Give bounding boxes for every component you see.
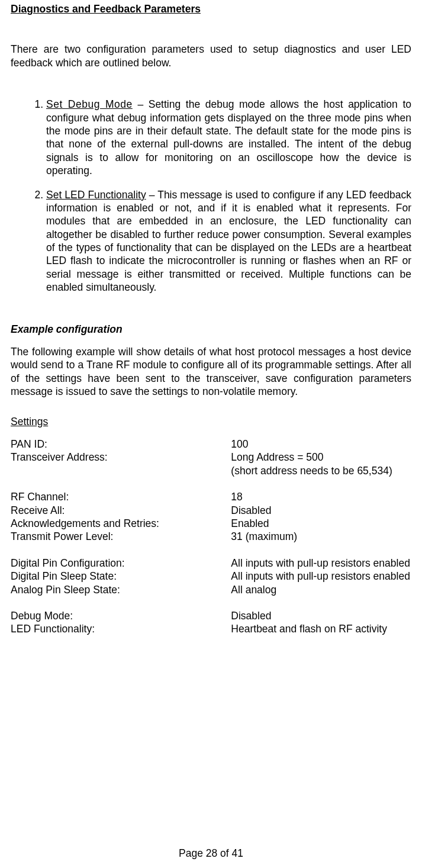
setting-note: (short address needs to be 65,534) [231,464,411,477]
parameter-item-title: Set LED Functionality [46,189,146,201]
setting-label: Digital Pin Sleep State: [11,570,231,583]
setting-label: PAN ID: [11,438,231,451]
setting-value: Disabled [231,504,411,517]
document-page: Diagnostics and Feedback Parameters Ther… [0,0,422,868]
setting-value: All analog [231,583,411,596]
setting-value: Heartbeat and flash on RF activity [231,622,411,635]
table-row: Digital Pin Configuration: All inputs wi… [11,557,411,570]
example-intro: The following example will show details … [11,345,411,398]
setting-label: Receive All: [11,504,231,517]
table-row: PAN ID: 100 [11,438,411,451]
table-row: Transmit Power Level: 31 (maximum) [11,530,411,543]
setting-label: Digital Pin Configuration: [11,557,231,570]
table-row: LED Functionality: Heartbeat and flash o… [11,622,411,635]
parameter-item: Set LED Functionality – This message is … [46,188,411,294]
setting-label: Transmit Power Level: [11,530,231,543]
spacer-row [11,596,411,609]
table-row: Transceiver Address: Long Address = 500 [11,451,411,464]
intro-paragraph: There are two configuration parameters u… [11,43,411,69]
setting-label: LED Functionality: [11,622,231,635]
setting-label: Debug Mode: [11,609,231,622]
settings-title: Settings [11,415,411,428]
setting-label: Transceiver Address: [11,451,231,464]
setting-label [11,464,231,477]
parameter-item-body: – This message is used to configure if a… [46,189,411,294]
setting-value: Disabled [231,609,411,622]
example-heading: Example configuration [11,323,411,336]
setting-label: RF Channel: [11,490,231,503]
page-footer: Page 28 of 41 [0,847,422,860]
table-row: Acknowledgements and Retries: Enabled [11,517,411,530]
parameter-item-title: Set Debug Mode [46,98,133,110]
table-row: RF Channel: 18 [11,490,411,503]
section-title: Diagnostics and Feedback Parameters [11,2,411,15]
table-row: Analog Pin Sleep State: All analog [11,583,411,596]
setting-value: Long Address = 500 [231,451,411,464]
spacer-row [11,544,411,557]
setting-value: All inputs with pull-up resistors enable… [231,557,411,570]
table-row: Digital Pin Sleep State: All inputs with… [11,570,411,583]
setting-value: 18 [231,490,411,503]
setting-value: 31 (maximum) [231,530,411,543]
setting-value: Enabled [231,517,411,530]
setting-value: 100 [231,438,411,451]
table-row: Debug Mode: Disabled [11,609,411,622]
setting-label: Acknowledgements and Retries: [11,517,231,530]
parameter-list: Set Debug Mode – Setting the debug mode … [11,98,411,294]
setting-value: All inputs with pull-up resistors enable… [231,570,411,583]
spacer-row [11,477,411,490]
setting-label: Analog Pin Sleep State: [11,583,231,596]
settings-table: PAN ID: 100 Transceiver Address: Long Ad… [11,438,411,636]
parameter-item: Set Debug Mode – Setting the debug mode … [46,98,411,177]
table-row: (short address needs to be 65,534) [11,464,411,477]
table-row: Receive All: Disabled [11,504,411,517]
